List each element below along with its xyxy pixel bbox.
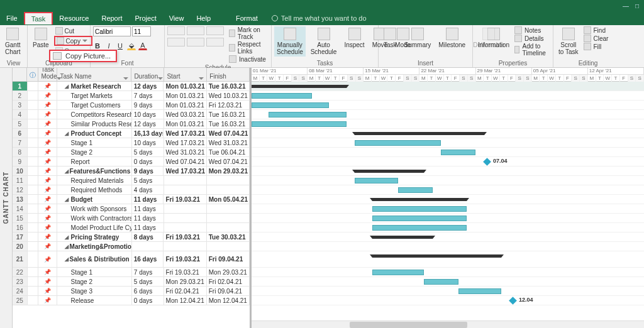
row-number[interactable]: 21 — [13, 251, 28, 267]
finish-cell[interactable] — [207, 214, 250, 222]
table-row[interactable]: 8📌Stage 25 daysWed 31.03.21Tue 06.04.21 — [13, 148, 250, 157]
gantt-task-bar[interactable] — [372, 270, 424, 275]
gantt-milestone[interactable] — [483, 158, 491, 166]
inactivate-button[interactable]: Inactivate — [229, 55, 269, 63]
task-mode-cell[interactable]: 📌 — [38, 148, 57, 156]
task-mode-cell[interactable]: 📌 — [38, 214, 57, 222]
fill-color-button[interactable]: ⬙ — [127, 41, 136, 50]
collapse-icon[interactable]: ◢ — [65, 234, 70, 240]
cut-button[interactable]: Cut — [54, 26, 92, 35]
gantt-summary-bar[interactable] — [355, 170, 424, 173]
row-number[interactable]: 5 — [13, 119, 28, 128]
task-mode-cell[interactable]: 📌 — [38, 268, 57, 276]
underline-button[interactable]: U — [116, 41, 125, 50]
timeline-row[interactable] — [252, 268, 644, 277]
duration-cell[interactable]: 11 days — [132, 195, 164, 204]
finish-cell[interactable]: Fri 09.04.21 — [207, 287, 250, 295]
collapse-icon[interactable]: ◢ — [65, 168, 69, 174]
timeline-row[interactable] — [252, 214, 644, 223]
duration-cell[interactable]: 6 days — [132, 287, 164, 295]
link-button[interactable] — [167, 38, 185, 46]
task-info-cell[interactable] — [28, 223, 39, 232]
menu-report[interactable]: Report — [95, 13, 128, 24]
duration-cell[interactable]: 5 days — [132, 148, 164, 156]
gantt-task-bar[interactable] — [355, 178, 398, 183]
gantt-task-bar[interactable] — [252, 121, 347, 127]
task-mode-cell[interactable]: 📌 — [38, 204, 57, 213]
task-info-cell[interactable] — [28, 204, 39, 213]
timeline-row[interactable]: 07.04 — [252, 157, 644, 167]
menu-view[interactable]: View — [163, 13, 191, 24]
task-info-cell[interactable] — [28, 82, 39, 90]
finish-cell[interactable] — [207, 223, 250, 232]
timeline-row[interactable] — [252, 251, 644, 268]
task-name-cell[interactable]: ◢Features&Functions — [57, 167, 132, 175]
task-mode-cell[interactable]: 📌 — [38, 129, 57, 138]
task-info-cell[interactable] — [28, 251, 39, 267]
timeline-row[interactable] — [252, 195, 644, 204]
task-name-cell[interactable]: Work with Contractors — [57, 214, 132, 222]
gantt-chart-button[interactable]: Gantt Chart — [3, 26, 23, 57]
task-mode-cell[interactable]: 📌 — [38, 176, 57, 185]
table-row[interactable]: 13📌◢Budget11 daysFri 19.03.21Mon 05.04.2… — [13, 195, 250, 204]
finish-cell[interactable] — [207, 176, 250, 185]
task-info-cell[interactable] — [28, 268, 39, 276]
add-timeline-button[interactable]: Add to Timeline — [514, 43, 550, 57]
insert-task-button[interactable]: Task — [381, 26, 399, 50]
start-cell[interactable]: Wed 17.03.21 — [164, 129, 206, 138]
gantt-task-bar[interactable] — [269, 112, 346, 118]
row-number[interactable]: 1 — [13, 82, 28, 90]
start-cell[interactable]: Wed 17.03.21 — [164, 138, 207, 147]
timeline-row[interactable] — [252, 101, 644, 110]
task-mode-cell[interactable]: 📌 — [38, 296, 57, 305]
finish-cell[interactable]: Mon 12.04.21 — [207, 296, 250, 305]
task-mode-cell[interactable]: 📌 — [38, 185, 57, 194]
duration-cell[interactable]: 16 days — [132, 251, 164, 267]
table-row[interactable]: 4📌Competitors Research10 daysWed 03.03.2… — [13, 110, 250, 119]
col-finish[interactable]: Finish — [207, 68, 250, 81]
task-name-cell[interactable]: Target Markets — [57, 91, 132, 100]
grid-body[interactable]: 1📌◢Market Research12 daysMon 01.03.21Tue… — [13, 82, 250, 305]
task-name-cell[interactable]: Required Materials — [57, 176, 132, 185]
task-mode-cell[interactable]: 📌 — [38, 110, 57, 119]
finish-cell[interactable]: Fri 12.03.21 — [207, 101, 250, 109]
task-name-cell[interactable]: ◢Sales & Distribution Strategy — [57, 251, 132, 267]
table-row[interactable]: 22📌Stage 17 daysFri 19.03.21Mon 29.03.21 — [13, 268, 250, 277]
task-info-cell[interactable] — [28, 195, 39, 204]
task-mode-cell[interactable]: 📌 — [38, 101, 57, 109]
task-info-cell[interactable] — [28, 214, 39, 222]
timeline-row[interactable] — [252, 91, 644, 101]
finish-cell[interactable]: Wed 31.03.21 — [207, 138, 250, 147]
task-name-cell[interactable]: Stage 1 — [57, 138, 132, 147]
collapse-icon[interactable]: ◢ — [65, 131, 70, 136]
tell-me-search[interactable]: Tell me what you want to do — [272, 14, 367, 22]
task-name-cell[interactable]: ◢Marketing&Promotion — [57, 242, 132, 251]
duration-cell[interactable]: 10 days — [132, 110, 164, 119]
task-info-cell[interactable] — [28, 167, 39, 175]
table-row[interactable]: 3📌Target Customers9 daysMon 01.03.21Fri … — [13, 101, 250, 110]
horizontal-scrollbar[interactable] — [252, 320, 644, 328]
start-cell[interactable]: Wed 07.04.21 — [164, 157, 207, 166]
task-name-cell[interactable]: Required Methods — [57, 185, 132, 194]
menu-project[interactable]: Project — [128, 13, 162, 24]
table-row[interactable]: 2📌Target Markets7 daysMon 01.03.21Wed 10… — [13, 91, 250, 101]
gantt-timeline[interactable]: 01 Mar '2108 Mar '2115 Mar '2122 Mar '21… — [252, 68, 644, 328]
notes-button[interactable]: Notes — [514, 26, 550, 34]
task-mode-cell[interactable]: 📌 — [38, 195, 57, 204]
start-cell[interactable]: Mon 01.03.21 — [164, 91, 207, 100]
task-name-cell[interactable]: Target Customers — [57, 101, 132, 109]
table-row[interactable]: 11📌Required Materials5 days — [13, 176, 250, 185]
finish-cell[interactable]: Mon 05.04.21 — [207, 195, 250, 204]
gantt-task-bar[interactable] — [441, 150, 475, 155]
duration-cell[interactable]: 5 days — [132, 176, 164, 185]
start-cell[interactable]: Mon 12.04.21 — [164, 296, 207, 305]
gantt-summary-bar[interactable] — [355, 132, 484, 135]
duration-cell[interactable]: 11 days — [132, 214, 164, 222]
finish-cell[interactable]: Tue 06.04.21 — [207, 148, 250, 156]
gantt-summary-bar[interactable] — [372, 198, 467, 201]
task-name-cell[interactable]: Report — [57, 157, 132, 166]
menu-resource[interactable]: Resource — [53, 13, 95, 24]
collapse-icon[interactable]: ◢ — [65, 256, 69, 262]
finish-cell[interactable]: Fri 09.04.21 — [207, 251, 250, 267]
gantt-summary-bar[interactable] — [372, 236, 433, 239]
